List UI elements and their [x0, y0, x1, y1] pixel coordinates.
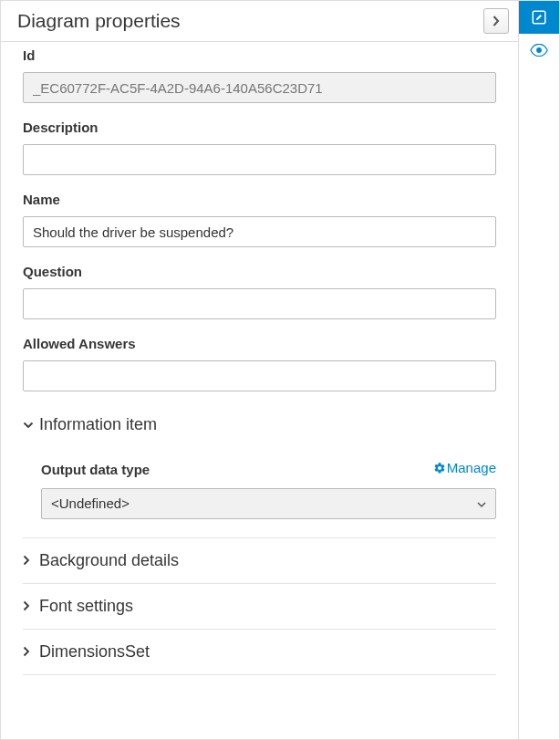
- id-group: Id: [23, 47, 496, 103]
- name-group: Name: [23, 192, 496, 247]
- chevron-right-icon: [493, 16, 500, 26]
- output-type-value: <Undefined>: [51, 495, 130, 511]
- eye-icon: [530, 44, 548, 57]
- question-field[interactable]: [23, 288, 496, 319]
- right-rail: [519, 0, 560, 740]
- background-details-title: Background details: [39, 551, 179, 570]
- information-item-section: Information item Output data type Manage…: [23, 408, 496, 537]
- collapsed-sections: Background details Font settings Dimensi…: [23, 537, 496, 675]
- properties-panel: Diagram properties Id Description Name Q…: [0, 0, 519, 740]
- description-group: Description: [23, 120, 496, 175]
- font-settings-section[interactable]: Font settings: [23, 584, 496, 630]
- manage-link[interactable]: Manage: [433, 460, 496, 475]
- chevron-right-icon: [23, 600, 39, 611]
- dimensions-set-section[interactable]: DimensionsSet: [23, 630, 496, 675]
- allowed-answers-label: Allowed Answers: [23, 336, 496, 351]
- gear-icon: [433, 462, 446, 474]
- dimensions-set-title: DimensionsSet: [39, 642, 150, 662]
- name-label: Name: [23, 192, 496, 207]
- panel-title: Diagram properties: [17, 10, 181, 32]
- collapse-panel-button[interactable]: [483, 8, 509, 34]
- preview-tab-button[interactable]: [519, 34, 559, 67]
- question-group: Question: [23, 264, 496, 319]
- manage-link-text: Manage: [447, 460, 496, 475]
- svg-point-1: [536, 47, 542, 53]
- font-settings-title: Font settings: [39, 597, 133, 616]
- name-field[interactable]: [23, 216, 496, 247]
- allowed-answers-group: Allowed Answers: [23, 336, 496, 391]
- chevron-down-icon: [23, 422, 39, 429]
- background-details-section[interactable]: Background details: [23, 537, 496, 584]
- edit-icon: [531, 9, 547, 26]
- information-item-header[interactable]: Information item: [23, 408, 496, 442]
- question-label: Question: [23, 264, 496, 279]
- description-field[interactable]: [23, 144, 496, 175]
- chevron-right-icon: [23, 646, 39, 657]
- description-label: Description: [23, 120, 496, 135]
- information-item-body: Output data type Manage <Undefined>: [23, 442, 496, 537]
- output-type-select-wrap: <Undefined>: [41, 488, 496, 519]
- edit-tab-button[interactable]: [519, 1, 559, 34]
- chevron-right-icon: [23, 555, 39, 566]
- panel-header: Diagram properties: [1, 1, 518, 42]
- panel-body: Id Description Name Question Allowed Ans…: [1, 42, 518, 739]
- output-type-label: Output data type: [41, 462, 150, 477]
- information-item-title: Information item: [39, 415, 157, 434]
- output-type-select[interactable]: <Undefined>: [41, 488, 496, 519]
- id-label: Id: [23, 47, 496, 63]
- allowed-answers-field[interactable]: [23, 360, 496, 391]
- output-type-row: Output data type Manage: [41, 460, 496, 477]
- id-field: [23, 72, 496, 103]
